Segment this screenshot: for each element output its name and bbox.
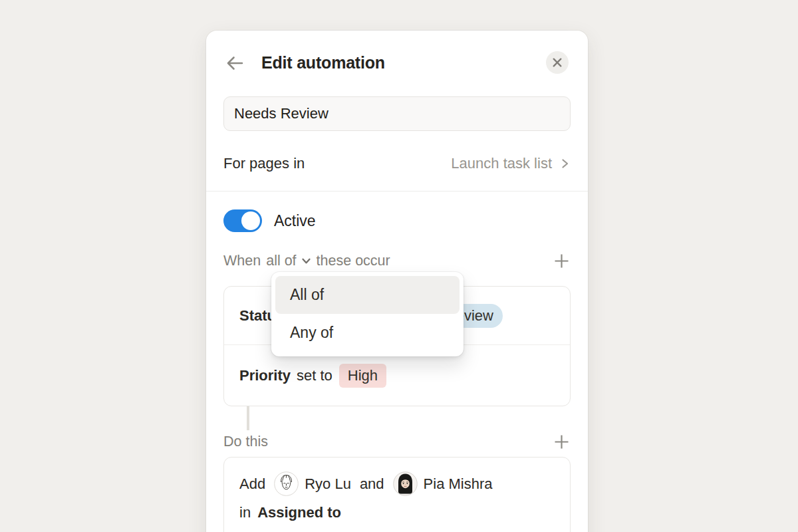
- add-trigger-button[interactable]: [552, 251, 571, 270]
- trigger-header-row: When all of these occur: [223, 251, 571, 271]
- dialog-title: Edit automation: [261, 52, 385, 73]
- when-suffix-label: these occur: [317, 253, 390, 269]
- operator-dropdown-menu: All of Any of: [271, 272, 464, 356]
- edit-automation-dialog: Edit automation For pages in Launch task…: [206, 31, 588, 532]
- add-verb-label: Add: [239, 475, 265, 493]
- condition-property: Priority: [239, 367, 291, 384]
- for-pages-value: Launch task list: [451, 155, 552, 172]
- action-row-add-people[interactable]: Add: [223, 457, 571, 532]
- person-pia-mishra: Pia Mishra: [393, 471, 493, 496]
- ryo-lu-avatar: [274, 471, 299, 496]
- active-toggle[interactable]: [223, 209, 262, 232]
- person-ryo-lu: Ryo Lu: [274, 471, 351, 496]
- automation-name-input[interactable]: [223, 96, 571, 131]
- operator-value: all of: [266, 253, 296, 269]
- flow-connector-line: [247, 406, 249, 430]
- plus-icon: [553, 433, 571, 451]
- dropdown-option-all-of[interactable]: All of: [275, 276, 460, 314]
- conjunction-label: and: [360, 475, 384, 493]
- in-label: in: [239, 504, 251, 521]
- arrow-left-icon: [224, 53, 245, 74]
- for-pages-label: For pages in: [223, 155, 305, 172]
- screen-background: Edit automation For pages in Launch task…: [0, 0, 798, 532]
- close-icon: [552, 57, 563, 68]
- operator-dropdown-trigger[interactable]: all of: [266, 253, 311, 269]
- for-pages-target[interactable]: Launch task list: [451, 155, 571, 172]
- condition-verb: set to: [297, 367, 332, 384]
- action-header-row: Do this: [223, 432, 571, 452]
- person-name: Pia Mishra: [424, 475, 493, 493]
- action-sentence-line2: in Assigned to: [239, 504, 555, 521]
- chevron-right-icon: [559, 158, 571, 170]
- back-button[interactable]: [224, 53, 245, 74]
- person-name: Ryo Lu: [305, 475, 351, 493]
- action-sentence-line1: Add: [239, 471, 555, 496]
- add-action-button[interactable]: [552, 432, 571, 451]
- target-property-label: Assigned to: [257, 504, 341, 521]
- section-divider: [206, 191, 588, 192]
- priority-value-pill: High: [339, 364, 386, 388]
- plus-icon: [553, 252, 571, 270]
- do-this-label: Do this: [223, 434, 268, 450]
- for-pages-row: For pages in Launch task list: [223, 146, 571, 181]
- toggle-knob: [241, 211, 260, 230]
- active-toggle-row: Active: [223, 209, 316, 232]
- trigger-sentence: When all of these occur: [223, 253, 390, 269]
- chevron-down-icon: [301, 256, 311, 266]
- pia-mishra-avatar: [393, 471, 418, 496]
- dropdown-option-any-of[interactable]: Any of: [275, 314, 460, 352]
- close-button[interactable]: [546, 51, 569, 74]
- active-toggle-label: Active: [274, 212, 316, 230]
- when-prefix-label: When: [223, 253, 261, 269]
